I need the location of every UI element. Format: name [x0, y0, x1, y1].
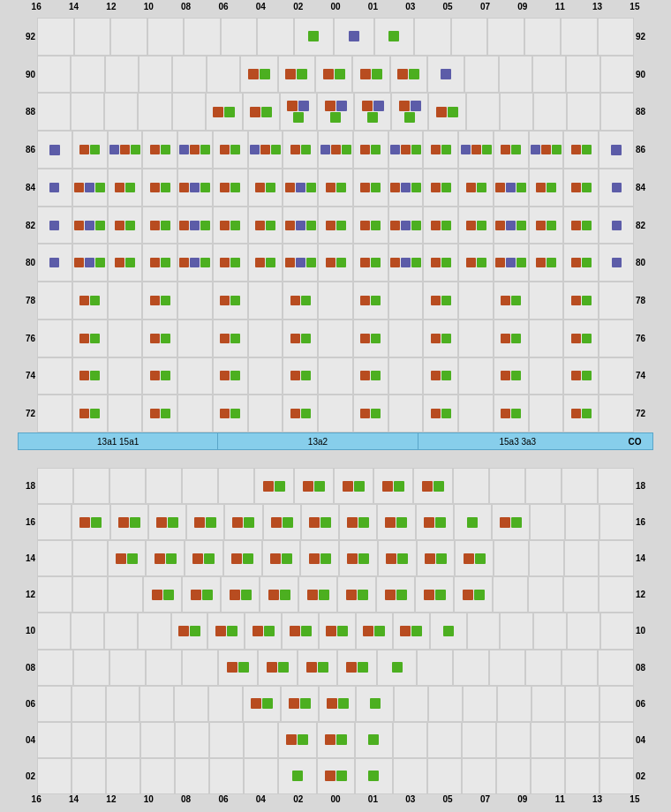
row-78: 78 78 — [18, 282, 653, 320]
top-grid: 92 — [18, 18, 653, 432]
row-12: 12 — [18, 576, 653, 613]
row-16: 16 — [18, 504, 653, 540]
bottom-grid: 18 — [18, 468, 653, 794]
row-82: 82 82 — [18, 207, 653, 244]
row-04: 04 — [18, 722, 653, 758]
row-90: 90 — [18, 56, 653, 94]
sep-section-1: 13a1 15a1 — [19, 433, 218, 449]
sep-section-2: 13a2 — [218, 433, 418, 449]
sep-co-label: CO — [617, 437, 652, 447]
top-x-axis: 16 14 12 10 08 06 04 02 00 01 03 05 07 0… — [18, 2, 653, 18]
row-88: 88 — [18, 93, 653, 131]
row-84: 84 84 — [18, 169, 653, 207]
row-18: 18 — [18, 468, 653, 504]
sep-section-3: 15a3 3a3 — [418, 433, 617, 449]
bottom-panel: 18 — [0, 450, 671, 812]
bottom-x-axis-bottom: 16 14 12 10 08 06 04 02 00 01 03 05 07 0… — [18, 794, 653, 810]
row-76: 76 76 — [18, 320, 653, 357]
row-06: 06 — [18, 686, 653, 722]
row-08: 08 — [18, 650, 653, 686]
bottom-x-axis-top — [18, 452, 653, 468]
row-92: 92 — [18, 18, 653, 56]
row-74: 74 74 — [18, 357, 653, 395]
row-02: 02 — [18, 758, 653, 794]
row-86: 86 — [18, 131, 653, 169]
row-80: 80 80 — [18, 244, 653, 282]
row-14: 14 — [18, 540, 653, 576]
row-10: 10 — [18, 613, 653, 649]
row-72: 72 72 — [18, 395, 653, 432]
separator-bar: 13a1 15a1 13a2 15a3 3a3 CO — [18, 432, 653, 450]
top-panel: 16 14 12 10 08 06 04 02 00 01 03 05 07 0… — [0, 0, 671, 450]
